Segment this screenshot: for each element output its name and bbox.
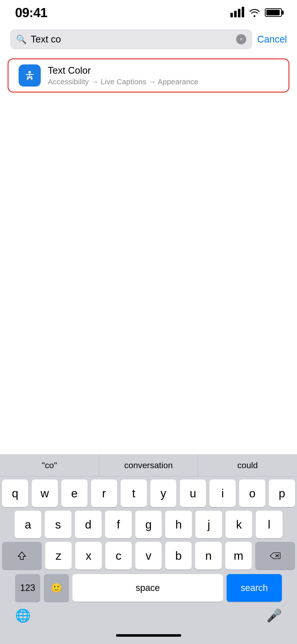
result-item[interactable]: Text Color Accessibility → Live Captions…: [8, 58, 289, 93]
autocomplete-item-0[interactable]: "co": [0, 454, 99, 476]
key-k[interactable]: k: [226, 511, 252, 538]
content-area: [0, 98, 297, 447]
key-q[interactable]: q: [2, 479, 28, 507]
autocomplete-item-2[interactable]: could: [198, 454, 297, 476]
key-e[interactable]: e: [61, 479, 88, 507]
key-m[interactable]: m: [225, 542, 252, 570]
shift-key[interactable]: [2, 542, 42, 570]
svg-point-1: [28, 71, 31, 73]
key-r[interactable]: r: [91, 479, 117, 507]
key-z[interactable]: z: [45, 542, 72, 570]
search-glass-icon: 🔍: [16, 34, 27, 44]
key-w[interactable]: w: [32, 479, 58, 507]
mic-key[interactable]: 🎤: [266, 608, 282, 623]
status-time: 09:41: [15, 5, 47, 20]
key-row-2: a s d f g h j k l: [2, 511, 295, 538]
cancel-button[interactable]: Cancel: [257, 34, 287, 45]
status-bar: 09:41: [0, 0, 297, 25]
key-o[interactable]: o: [239, 479, 265, 507]
key-c[interactable]: c: [105, 542, 132, 570]
result-breadcrumb: Accessibility → Live Captions → Appearan…: [48, 77, 198, 86]
key-v[interactable]: v: [135, 542, 162, 570]
globe-key[interactable]: 🌐: [15, 608, 31, 623]
keyboard[interactable]: "co" conversation could q w e r t y u i …: [0, 454, 297, 644]
globe-mic-row: 🌐 🎤: [0, 607, 297, 627]
wifi-icon: [249, 8, 260, 17]
key-u[interactable]: u: [180, 479, 206, 507]
result-text: Text Color Accessibility → Live Captions…: [48, 65, 198, 86]
key-s[interactable]: s: [45, 511, 71, 538]
search-clear-button[interactable]: ×: [236, 34, 246, 44]
status-icons: [230, 8, 282, 17]
key-i[interactable]: i: [209, 479, 236, 507]
key-t[interactable]: t: [121, 479, 147, 507]
search-input[interactable]: [31, 34, 232, 45]
search-key[interactable]: search: [227, 574, 282, 602]
search-bar-container: 🔍 × Cancel: [0, 25, 297, 53]
key-row-1: q w e r t y u i o p: [2, 479, 295, 507]
key-g[interactable]: g: [135, 511, 162, 538]
key-j[interactable]: j: [195, 511, 222, 538]
key-x[interactable]: x: [75, 542, 102, 570]
key-l[interactable]: l: [256, 511, 282, 538]
space-key[interactable]: space: [72, 574, 223, 602]
home-bar: [116, 634, 181, 637]
battery-icon: [265, 8, 282, 17]
results-container: Text Color Accessibility → Live Captions…: [0, 53, 297, 98]
search-input-wrapper[interactable]: 🔍 ×: [10, 29, 252, 49]
autocomplete-item-1[interactable]: conversation: [99, 454, 198, 476]
key-b[interactable]: b: [165, 542, 192, 570]
autocomplete-row: "co" conversation could: [0, 454, 297, 476]
key-row-3: z x c v b n m: [2, 542, 295, 570]
home-indicator: [0, 627, 297, 644]
result-icon: [19, 64, 41, 87]
key-h[interactable]: h: [165, 511, 192, 538]
signal-icon: [230, 8, 244, 17]
key-n[interactable]: n: [195, 542, 222, 570]
key-p[interactable]: p: [269, 479, 295, 507]
result-title: Text Color: [48, 65, 198, 76]
delete-key[interactable]: [255, 542, 295, 570]
num-key[interactable]: 123: [15, 574, 40, 602]
key-y[interactable]: y: [150, 479, 177, 507]
keyboard-keys: q w e r t y u i o p a s d f g h j k l: [0, 476, 297, 572]
emoji-key[interactable]: 🙂: [44, 574, 69, 602]
key-f[interactable]: f: [105, 511, 132, 538]
key-a[interactable]: a: [15, 511, 41, 538]
keyboard-bottom-row: 123 🙂 space search: [0, 572, 297, 607]
key-d[interactable]: d: [75, 511, 102, 538]
